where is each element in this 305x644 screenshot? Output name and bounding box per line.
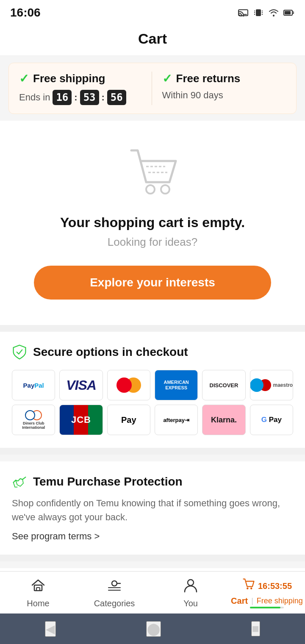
secure-title: Secure options in checkout — [12, 344, 293, 360]
check-icon: ✓ — [19, 72, 29, 86]
cart-progress-bar — [250, 607, 284, 608]
cart-label-row: Cart | Free shipping — [231, 596, 303, 606]
promo-returns: ✓ Free returns Within 90 days — [152, 72, 286, 101]
wifi-icon — [268, 7, 280, 19]
maestro-icon — [250, 378, 271, 392]
apple-pay-icon: Pay — [121, 415, 136, 425]
discover-icon: DISCOVER — [210, 382, 238, 389]
protection-title: Temu Purchase Protection — [12, 474, 293, 489]
nav-categories[interactable]: Categories — [76, 572, 152, 613]
protection-description: Shop confidently on Temu knowing that if… — [12, 496, 293, 524]
empty-cart-subtitle: Looking for ideas? — [108, 236, 197, 249]
explore-interests-button[interactable]: Explore your interests — [34, 266, 271, 300]
nav-cart-label: Cart — [231, 596, 248, 606]
afterpay-icon: afterpay⇥ — [163, 417, 189, 423]
cart-progress-fill — [250, 607, 280, 608]
section-divider-2 — [0, 448, 305, 455]
status-bar: 16:06 — [0, 0, 305, 24]
payment-maestro: maestro — [250, 370, 293, 400]
section-divider-1 — [0, 325, 305, 332]
payment-methods-grid: PayPal VISA AMERICANEXPRESS DISCOVER — [12, 370, 293, 435]
promo-shipping-title: ✓ Free shipping — [19, 72, 143, 86]
payment-mastercard — [107, 370, 150, 400]
cart-timer: 16:53:55 — [258, 581, 292, 591]
shield-icon — [12, 344, 27, 360]
payment-afterpay: afterpay⇥ — [155, 405, 198, 435]
payment-jcb: JCB — [59, 405, 103, 435]
purchase-protection-section: Temu Purchase Protection Shop confidentl… — [0, 461, 305, 555]
promo-banner: ✓ Free shipping Ends in 16 : 53 : 56 ✓ F… — [8, 63, 297, 114]
nav-you[interactable]: You — [152, 572, 229, 613]
bottom-nav[interactable]: Home Categories You — [0, 571, 305, 613]
promo-timer: Ends in 16 : 53 : 56 — [19, 90, 143, 105]
payment-apple-pay: Pay — [107, 405, 150, 435]
jcb-icon: JCB — [71, 414, 91, 425]
nav-you-label: You — [183, 599, 198, 608]
svg-point-23 — [247, 588, 248, 589]
klarna-icon: Klarna. — [211, 416, 237, 425]
timer-colon-2: : — [102, 92, 105, 103]
program-terms-link[interactable]: See program terms > — [12, 531, 100, 541]
cast-icon — [237, 7, 249, 19]
timer-seconds: 56 — [107, 90, 126, 105]
payment-klarna: Klarna. — [202, 405, 245, 435]
mastercard-icon — [116, 378, 141, 393]
home-button[interactable]: ⬤ — [146, 621, 161, 637]
payment-paypal: PayPal — [12, 370, 55, 400]
check-icon-2: ✓ — [162, 72, 172, 86]
svg-rect-1 — [244, 14, 247, 15]
nav-home-label: Home — [27, 599, 49, 608]
back-button[interactable]: ◀ — [45, 621, 56, 637]
paypal-icon: PayPal — [23, 382, 44, 389]
amex-icon: AMERICANEXPRESS — [164, 380, 189, 391]
nav-home[interactable]: Home — [0, 572, 76, 613]
cart-separator: | — [251, 597, 253, 605]
handshake-icon — [12, 474, 27, 489]
page-header: Cart — [0, 24, 305, 56]
timer-hours: 16 — [53, 90, 72, 105]
svg-point-14 — [146, 185, 155, 194]
timer-colon-1: : — [74, 92, 77, 103]
home-icon — [30, 577, 46, 596]
system-nav: ◀ ⬤ ■ — [0, 613, 305, 644]
section-divider-3 — [0, 555, 305, 561]
vibrate-icon — [252, 7, 264, 19]
status-icons — [237, 7, 295, 19]
protection-title-text: Temu Purchase Protection — [33, 475, 183, 489]
secure-checkout-section: Secure options in checkout PayPal VISA A… — [0, 332, 305, 448]
nav-categories-label: Categories — [94, 599, 135, 608]
visa-icon: VISA — [66, 378, 96, 393]
svg-point-18 — [112, 581, 117, 586]
battery-icon — [283, 7, 295, 19]
person-icon — [183, 577, 198, 596]
svg-point-22 — [188, 580, 194, 586]
payment-diners: Diners ClubInternational — [12, 405, 55, 435]
empty-cart-title: Your shopping cart is empty. — [60, 215, 245, 230]
cart-nav-icon — [242, 577, 255, 594]
empty-cart-icon — [119, 142, 186, 201]
gpay-icon: G Pay — [261, 416, 282, 424]
svg-rect-2 — [256, 9, 261, 16]
page-title: Cart — [0, 31, 305, 47]
svg-point-24 — [250, 588, 252, 589]
free-returns-label: Free returns — [176, 72, 241, 85]
status-time: 16:06 — [10, 6, 41, 19]
svg-point-15 — [161, 185, 169, 194]
empty-cart-section: Your shopping cart is empty. Looking for… — [0, 121, 305, 325]
svg-rect-11 — [285, 11, 291, 14]
ends-in-label: Ends in — [19, 92, 50, 103]
svg-point-9 — [273, 15, 274, 17]
diners-icon: Diners ClubInternational — [22, 410, 45, 430]
payment-amex: AMERICANEXPRESS — [155, 370, 198, 400]
cart-nav-content: 16:53:55 Cart | Free shipping — [231, 577, 303, 608]
returns-sub: Within 90 days — [162, 90, 286, 101]
promo-returns-title: ✓ Free returns — [162, 72, 286, 86]
cart-free-shipping-label: Free shipping — [257, 597, 303, 605]
secure-title-text: Secure options in checkout — [33, 345, 188, 359]
nav-cart[interactable]: 16:53:55 Cart | Free shipping — [229, 572, 305, 613]
payment-discover: DISCOVER — [202, 370, 245, 400]
payment-visa: VISA — [59, 370, 103, 400]
promo-shipping: ✓ Free shipping Ends in 16 : 53 : 56 — [19, 72, 152, 105]
recent-button[interactable]: ■ — [251, 621, 260, 636]
cart-nav-top: 16:53:55 — [242, 577, 292, 594]
